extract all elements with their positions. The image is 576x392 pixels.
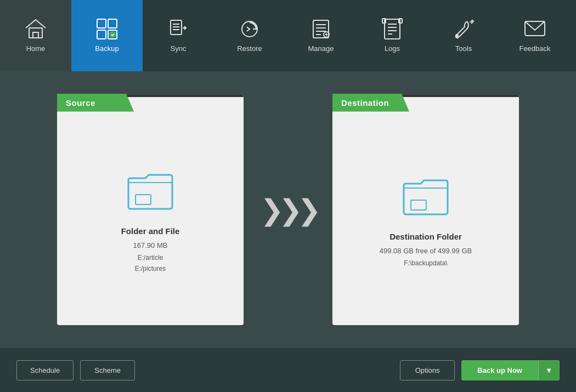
folder-dest-icon bbox=[401, 176, 450, 219]
backup-now-dropdown-button[interactable]: ▼ bbox=[538, 360, 560, 380]
nav-restore-label: Restore bbox=[237, 44, 262, 53]
svg-rect-2 bbox=[97, 19, 106, 28]
source-path-2: E:/pictures bbox=[135, 264, 166, 274]
options-button[interactable]: Options bbox=[400, 360, 455, 380]
footer-left-buttons: Schedule Scheme bbox=[16, 360, 135, 380]
tools-icon bbox=[451, 17, 476, 41]
source-title: Folder and File bbox=[121, 226, 180, 236]
source-header: Source bbox=[57, 94, 134, 112]
nav-backup-label: Backup bbox=[95, 44, 118, 53]
destination-path: F:\backupdata\ bbox=[404, 258, 447, 269]
destination-header: Destination bbox=[332, 94, 409, 112]
nav-home[interactable]: Home bbox=[0, 0, 71, 71]
destination-panel[interactable]: Destination Destination Folder 499.08 GB… bbox=[332, 95, 519, 325]
sync-icon bbox=[166, 17, 190, 41]
svg-rect-30 bbox=[411, 200, 426, 210]
nav-tools[interactable]: Tools bbox=[428, 0, 499, 71]
destination-folder-icon-wrap bbox=[401, 176, 450, 221]
nav-feedback[interactable]: Feedback bbox=[499, 0, 571, 71]
restore-icon bbox=[238, 17, 262, 41]
schedule-button[interactable]: Schedule bbox=[16, 360, 74, 380]
backup-icon bbox=[95, 17, 119, 41]
nav-manage[interactable]: Manage bbox=[285, 0, 357, 71]
source-paths: E:/article E:/pictures bbox=[135, 253, 166, 274]
backup-now-button[interactable]: Back up Now bbox=[461, 360, 538, 380]
svg-rect-1 bbox=[33, 32, 38, 38]
nav-sync-label: Sync bbox=[171, 44, 187, 53]
source-path-1: E:/article bbox=[135, 253, 166, 263]
nav-backup[interactable]: Backup bbox=[71, 0, 143, 71]
footer-right-buttons: Options Back up Now ▼ bbox=[400, 360, 560, 380]
nav-feedback-label: Feedback bbox=[519, 44, 550, 53]
source-panel[interactable]: Source Folder and File 167.90 MB E:/arti… bbox=[57, 95, 244, 325]
nav-restore[interactable]: Restore bbox=[214, 0, 285, 71]
nav-logs-label: Logs bbox=[385, 44, 400, 53]
nav-sync[interactable]: Sync bbox=[143, 0, 214, 71]
destination-title: Destination Folder bbox=[389, 232, 462, 241]
nav-home-label: Home bbox=[26, 44, 46, 53]
destination-body: Destination Folder 499.08 GB free of 499… bbox=[369, 120, 483, 325]
svg-rect-3 bbox=[108, 19, 117, 28]
source-body: Folder and File 167.90 MB E:/article E:/… bbox=[110, 120, 191, 325]
svg-point-27 bbox=[456, 35, 458, 37]
source-folder-icon-wrap bbox=[126, 171, 175, 215]
footer: Schedule Scheme Options Back up Now ▼ bbox=[0, 348, 576, 392]
svg-rect-29 bbox=[135, 195, 151, 204]
source-size: 167.90 MB bbox=[133, 241, 168, 249]
feedback-icon bbox=[523, 17, 547, 41]
folder-icon bbox=[126, 171, 175, 213]
navbar: Home Backup Sync Restore bbox=[0, 0, 576, 71]
nav-logs[interactable]: Logs bbox=[357, 0, 428, 71]
svg-rect-20 bbox=[385, 19, 400, 39]
svg-rect-4 bbox=[97, 30, 106, 39]
destination-header-label: Destination bbox=[332, 94, 409, 112]
home-icon bbox=[24, 17, 48, 41]
scheme-button[interactable]: Scheme bbox=[80, 360, 135, 380]
destination-free-space: 499.08 GB free of 499.99 GB bbox=[380, 247, 472, 255]
source-header-label: Source bbox=[57, 94, 134, 112]
manage-icon bbox=[309, 17, 333, 41]
transfer-arrows: ❯❯❯ bbox=[260, 194, 316, 226]
nav-manage-label: Manage bbox=[308, 44, 334, 53]
main-content: Source Folder and File 167.90 MB E:/arti… bbox=[0, 71, 576, 348]
nav-tools-label: Tools bbox=[455, 44, 472, 53]
chevron-right-icon: ❯❯❯ bbox=[260, 194, 316, 226]
logs-icon bbox=[380, 17, 404, 41]
svg-point-6 bbox=[110, 32, 115, 37]
